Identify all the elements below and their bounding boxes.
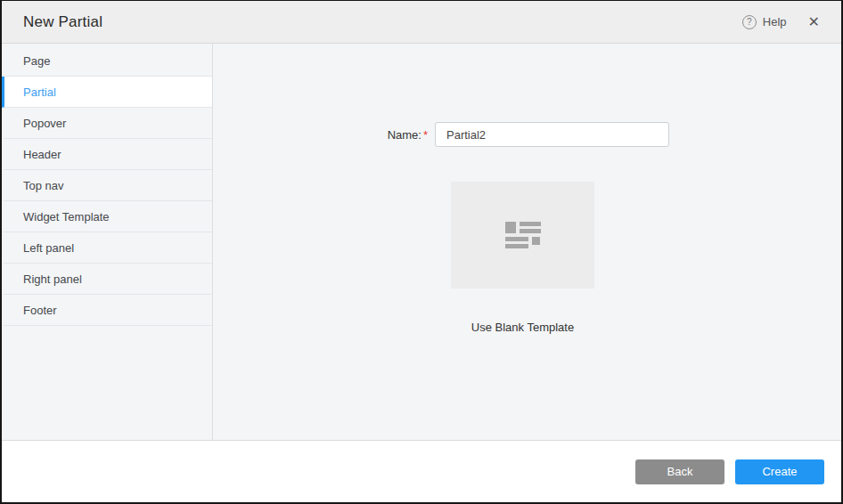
footer: Back Create — [2, 440, 841, 502]
sidebar-item-page[interactable]: Page — [2, 45, 212, 77]
sidebar-item-label: Widget Template — [23, 210, 110, 224]
sidebar-item-header[interactable]: Header — [2, 139, 212, 170]
sidebar-item-widget-template[interactable]: Widget Template — [2, 201, 212, 232]
sidebar-item-right-panel[interactable]: Right panel — [2, 264, 212, 295]
sidebar: PagePartialPopoverHeaderTop navWidget Te… — [2, 44, 213, 440]
main-content: Name:* — [213, 44, 841, 440]
blank-template-label: Use Blank Template — [451, 321, 594, 334]
new-partial-dialog: New Partial ? Help ✕ PagePartialPopoverH… — [0, 0, 843, 504]
dialog-body: PagePartialPopoverHeaderTop navWidget Te… — [2, 44, 841, 440]
name-label: Name:* — [213, 128, 428, 142]
titlebar-actions: ? Help ✕ — [742, 15, 820, 29]
blank-template-card[interactable] — [451, 182, 594, 289]
sidebar-item-footer[interactable]: Footer — [2, 295, 212, 326]
required-marker: * — [423, 128, 428, 142]
sidebar-item-left-panel[interactable]: Left panel — [2, 232, 212, 264]
icon-bar — [520, 222, 541, 226]
icon-bar — [505, 244, 528, 248]
wireframe-content-icon — [505, 222, 541, 248]
sidebar-item-label: Page — [23, 54, 50, 68]
back-button[interactable]: Back — [635, 459, 724, 484]
sidebar-item-label: Footer — [23, 304, 57, 317]
sidebar-item-label: Header — [23, 148, 61, 161]
name-row: Name:* — [213, 122, 841, 147]
create-button[interactable]: Create — [735, 459, 824, 484]
sidebar-item-popover[interactable]: Popover — [2, 108, 212, 139]
icon-bar — [520, 229, 541, 233]
help-button[interactable]: ? Help — [742, 15, 787, 29]
sidebar-item-label: Partial — [23, 85, 56, 99]
sidebar-item-label: Popover — [23, 117, 66, 130]
name-input[interactable] — [435, 122, 669, 147]
sidebar-item-label: Right panel — [23, 272, 82, 286]
sidebar-item-label: Top nav — [23, 179, 64, 192]
close-icon[interactable]: ✕ — [808, 15, 820, 29]
icon-block — [532, 237, 540, 245]
help-icon: ? — [742, 15, 757, 29]
sidebar-item-partial[interactable]: Partial — [2, 77, 212, 108]
sidebar-item-top-nav[interactable]: Top nav — [2, 170, 212, 201]
sidebar-item-label: Left panel — [23, 241, 74, 255]
icon-block — [505, 222, 516, 233]
icon-bar — [505, 237, 528, 241]
titlebar: New Partial ? Help ✕ — [2, 1, 841, 44]
name-label-text: Name: — [388, 128, 422, 142]
help-label: Help — [763, 15, 787, 28]
dialog-title: New Partial — [23, 13, 102, 31]
